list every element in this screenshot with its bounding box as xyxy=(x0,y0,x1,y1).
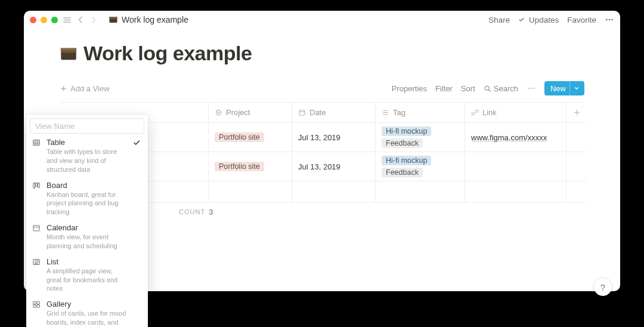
cell-empty xyxy=(566,123,587,152)
toolbar-more-icon[interactable] xyxy=(527,84,536,93)
search-icon xyxy=(484,85,491,92)
plus-icon xyxy=(60,85,67,92)
table-icon xyxy=(32,138,42,174)
close-icon[interactable] xyxy=(30,17,36,23)
view-name-input[interactable] xyxy=(30,118,144,134)
updates-button[interactable]: Updates xyxy=(518,16,559,24)
view-option-desc: Month view, for event planning and sched… xyxy=(47,233,128,251)
cell-project[interactable]: Portfolio site xyxy=(209,152,292,181)
breadcrumb-label: Work log example xyxy=(122,15,188,24)
view-option-board[interactable]: BoardKanban board, great for project pla… xyxy=(30,177,144,220)
chevron-down-icon xyxy=(574,85,580,91)
page-emoji-icon xyxy=(109,15,118,24)
view-option-desc: Table with types to store and view any k… xyxy=(47,147,128,174)
view-option-title: Board xyxy=(47,181,128,190)
check-icon xyxy=(132,224,142,251)
column-project[interactable]: Project xyxy=(209,103,292,123)
view-option-title: Calendar xyxy=(47,223,128,232)
page-title: Work log example xyxy=(60,42,584,65)
filter-button[interactable]: Filter xyxy=(435,84,453,93)
list-icon xyxy=(32,258,42,294)
check-icon xyxy=(518,16,525,23)
updates-label: Updates xyxy=(529,16,559,24)
svg-rect-8 xyxy=(61,48,77,50)
svg-rect-24 xyxy=(37,305,39,307)
back-icon[interactable] xyxy=(76,16,85,24)
check-icon xyxy=(132,258,142,294)
calendar-icon xyxy=(298,109,306,116)
svg-point-12 xyxy=(533,88,534,89)
add-view-label: Add a View xyxy=(70,84,110,93)
svg-rect-14 xyxy=(299,110,305,115)
check-icon xyxy=(132,300,142,327)
forward-icon[interactable] xyxy=(89,16,98,24)
cell-date[interactable]: Jul 13, 2019 xyxy=(292,152,376,181)
view-option-title: List xyxy=(47,257,128,266)
count-label: COUNT xyxy=(179,208,205,215)
share-button[interactable]: Share xyxy=(488,16,510,24)
svg-rect-17 xyxy=(36,183,38,186)
svg-rect-15 xyxy=(33,140,40,146)
svg-rect-16 xyxy=(33,183,35,188)
add-view-popover: TableTable with types to store and view … xyxy=(26,115,148,327)
svg-point-13 xyxy=(216,110,221,115)
help-bubble[interactable]: ? xyxy=(594,278,612,296)
add-view-button[interactable]: Add a View xyxy=(60,84,110,93)
hamburger-icon[interactable] xyxy=(63,16,72,24)
new-label: New xyxy=(550,84,566,93)
search-label: Search xyxy=(494,84,518,93)
search-button[interactable]: Search xyxy=(484,84,518,93)
select-icon xyxy=(215,109,222,116)
cell-project[interactable]: Portfolio site xyxy=(209,123,292,152)
page-title-text: Work log example xyxy=(83,42,252,65)
count-value: 3 xyxy=(209,208,213,217)
page-emoji-icon xyxy=(60,45,78,63)
link-icon xyxy=(471,109,479,116)
plus-icon xyxy=(573,109,581,116)
column-link[interactable]: Link xyxy=(465,103,566,123)
sort-button[interactable]: Sort xyxy=(461,84,475,93)
svg-rect-22 xyxy=(37,301,39,304)
multiselect-icon xyxy=(382,109,389,116)
view-option-desc: Grid of cards, use for mood boards, inde… xyxy=(47,309,128,327)
new-button[interactable]: New xyxy=(544,81,584,95)
properties-button[interactable]: Properties xyxy=(392,84,427,93)
cell-link[interactable]: www.figma.com/xxxxx xyxy=(465,123,566,152)
titlebar: Work log example Share Updates Favorite xyxy=(24,11,620,29)
column-date[interactable]: Date xyxy=(292,103,376,123)
cell-link[interactable] xyxy=(465,152,566,181)
svg-point-5 xyxy=(611,19,613,21)
cell-date[interactable]: Jul 13, 2019 xyxy=(292,123,376,152)
svg-point-11 xyxy=(531,88,532,89)
view-option-gallery[interactable]: GalleryGrid of cards, use for mood board… xyxy=(30,295,144,327)
column-tag[interactable]: Tag xyxy=(376,103,465,123)
breadcrumb[interactable]: Work log example xyxy=(109,15,188,24)
svg-rect-21 xyxy=(33,301,36,304)
view-option-title: Table xyxy=(47,138,128,147)
board-icon xyxy=(32,181,42,217)
help-label: ? xyxy=(600,282,605,292)
svg-rect-19 xyxy=(33,226,39,231)
favorite-button[interactable]: Favorite xyxy=(567,16,596,24)
svg-rect-18 xyxy=(38,183,39,187)
view-option-calendar[interactable]: CalendarMonth view, for event planning a… xyxy=(30,219,144,253)
view-option-desc: A simplified page view, great for bookma… xyxy=(47,267,128,294)
svg-point-3 xyxy=(606,19,608,21)
maximize-icon[interactable] xyxy=(51,17,58,23)
calendar-icon xyxy=(32,224,42,251)
svg-point-4 xyxy=(609,19,611,21)
minimize-icon[interactable] xyxy=(41,17,47,23)
cell-tag[interactable]: Hi-fi mockup Feedback xyxy=(376,123,465,152)
gallery-icon xyxy=(32,300,42,327)
window-controls xyxy=(30,17,58,23)
svg-rect-23 xyxy=(33,305,36,307)
add-column-button[interactable] xyxy=(566,103,587,123)
view-toolbar: Add a View Properties Filter Sort Search… xyxy=(60,79,584,97)
view-option-title: Gallery xyxy=(47,300,128,309)
more-icon[interactable] xyxy=(605,15,614,24)
check-icon xyxy=(132,181,142,217)
view-option-table[interactable]: TableTable with types to store and view … xyxy=(30,134,144,177)
view-option-list[interactable]: ListA simplified page view, great for bo… xyxy=(30,253,144,296)
view-option-desc: Kanban board, great for project planning… xyxy=(47,190,128,217)
cell-tag[interactable]: Hi-fi mockup Feedback xyxy=(376,152,465,181)
